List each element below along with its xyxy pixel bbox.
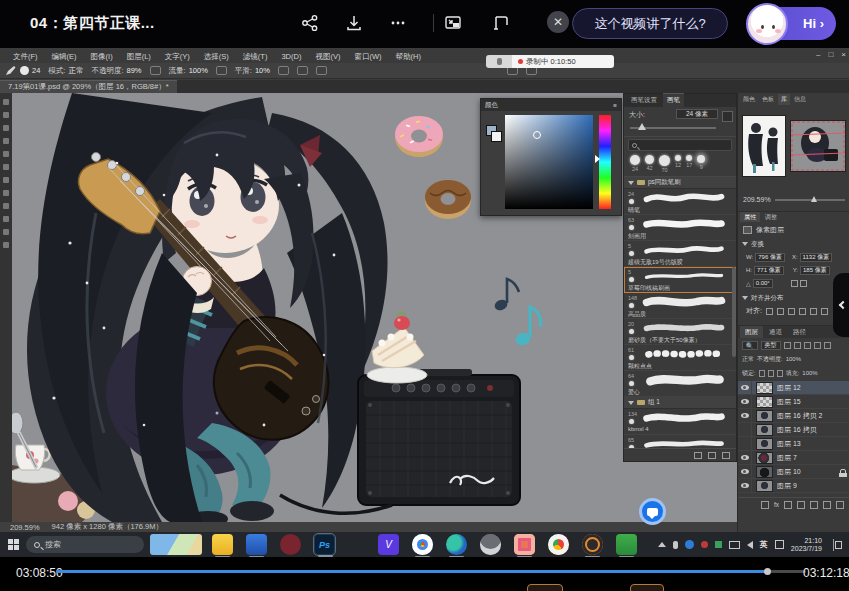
menu-view[interactable]: 视图(V)	[308, 52, 347, 62]
brush-preset[interactable]: 12	[675, 155, 681, 168]
layer-row[interactable]: 图层 15	[738, 395, 849, 409]
airbrush-icon[interactable]	[216, 66, 227, 75]
delete-brush-icon[interactable]	[722, 452, 730, 459]
edge-icon[interactable]	[446, 534, 467, 555]
new-layer-icon[interactable]	[823, 501, 831, 509]
brush-preview-icon[interactable]	[20, 66, 29, 75]
tool-icon[interactable]	[3, 125, 9, 131]
width-field[interactable]: 796 像素	[755, 253, 785, 262]
align-left-icon[interactable]	[766, 308, 773, 315]
layer-mask-icon[interactable]	[784, 501, 792, 509]
zoom-slider-track[interactable]	[775, 199, 845, 201]
taskbar-search-input[interactable]: 搜索	[26, 536, 144, 553]
visibility-toggle[interactable]	[738, 465, 752, 479]
brush-item[interactable]: 64 爱心	[624, 371, 736, 397]
filter-type-value[interactable]: 类型	[761, 341, 781, 350]
file-explorer-icon[interactable]	[212, 534, 233, 555]
size-value[interactable]: 24 像素	[676, 109, 718, 119]
menu-edit[interactable]: 编辑(E)	[45, 52, 84, 62]
close-window-button[interactable]: ×	[841, 50, 846, 59]
edit-brush-icon[interactable]	[722, 111, 733, 122]
visibility-toggle[interactable]	[738, 409, 752, 423]
chat-bubble-button[interactable]	[639, 498, 666, 525]
app-tray-green-icon[interactable]	[715, 541, 722, 548]
mode-value[interactable]: 正常	[68, 66, 83, 76]
app-red-icon[interactable]	[280, 534, 301, 555]
library-reference-thumbnail[interactable]	[742, 115, 786, 177]
menu-help[interactable]: 帮助(H)	[389, 52, 428, 62]
menu-image[interactable]: 图像(I)	[84, 52, 120, 62]
brush-item-selected[interactable]: 5 草莓印线稿刷画	[624, 267, 736, 293]
background-swatch[interactable]	[491, 131, 502, 142]
new-brush-icon[interactable]	[708, 452, 716, 459]
layer-row[interactable]: 图层 7	[738, 451, 849, 465]
menu-3d[interactable]: 3D(D)	[274, 52, 308, 61]
tab-channels[interactable]: 通道	[764, 326, 787, 338]
timeline-marker-chip[interactable]	[630, 584, 664, 591]
flip-h-icon[interactable]	[791, 280, 798, 287]
menu-file[interactable]: 文件(F)	[6, 52, 45, 62]
brush-group-header[interactable]: 组 1	[624, 397, 736, 409]
share-button[interactable]	[297, 10, 323, 36]
minimize-button[interactable]: –	[816, 50, 820, 59]
photoshop-icon[interactable]: Ps	[314, 534, 335, 555]
color-cursor[interactable]	[533, 131, 541, 139]
brush-tool-icon[interactable]	[4, 65, 16, 77]
brush-item[interactable]: 65 singlefi	[624, 435, 736, 448]
tab-brushes[interactable]: 画笔	[663, 93, 684, 107]
menu-layer[interactable]: 图层(L)	[120, 52, 158, 62]
brush-item[interactable]: 24 晴笔	[624, 189, 736, 215]
layer-row[interactable]: 图层 13	[738, 437, 849, 451]
tab-color[interactable]: 颜色	[740, 94, 758, 105]
filter-smart-icon[interactable]	[824, 342, 831, 349]
visibility-toggle[interactable]	[738, 437, 752, 451]
layer-row[interactable]: 图层 16 拷贝	[738, 423, 849, 437]
x-field[interactable]: 1132 像素	[800, 253, 833, 262]
tool-icon[interactable]	[3, 112, 9, 118]
lock-transparent-icon[interactable]	[759, 370, 765, 377]
tab-swatches[interactable]: 色板	[759, 94, 777, 105]
weather-widget[interactable]	[150, 534, 202, 555]
side-drawer-toggle[interactable]	[833, 273, 849, 337]
app-tray-blue-icon[interactable]	[685, 540, 694, 549]
document-tab[interactable]: 7.19第01课.psd @ 209%（图层 16，RGB/8#）*	[0, 80, 177, 93]
filter-adjust-icon[interactable]	[794, 342, 801, 349]
tool-icon[interactable]	[3, 177, 9, 183]
align-right-icon[interactable]	[788, 308, 795, 315]
zoom-value[interactable]: 209.59%	[743, 196, 771, 203]
layer-style-button[interactable]: fx	[774, 501, 779, 508]
seek-handle[interactable]	[764, 568, 771, 575]
align-bottom-icon[interactable]	[821, 308, 828, 315]
display-tray-icon[interactable]	[729, 541, 740, 549]
menu-window[interactable]: 窗口(W)	[347, 52, 388, 62]
blend-mode-dropdown[interactable]: 正常	[742, 355, 754, 364]
taskbar-clock[interactable]: 21:10 2023/7/19	[791, 537, 826, 553]
filter-type-dropdown[interactable]: 🔍	[742, 341, 758, 350]
size-slider-thumb[interactable]	[638, 123, 646, 130]
tab-info[interactable]: 信息	[791, 94, 809, 105]
timeline-marker-chip[interactable]	[527, 584, 563, 591]
tool-icon[interactable]	[3, 190, 9, 196]
brush-item[interactable]: 61 颗粒点点	[624, 345, 736, 371]
tool-icon[interactable]	[3, 99, 9, 105]
filter-pixel-icon[interactable]	[784, 342, 791, 349]
y-field[interactable]: 185 像素	[800, 266, 830, 275]
align-top-icon[interactable]	[799, 308, 806, 315]
brush-preset[interactable]: 24	[630, 155, 640, 172]
layer-opacity-value[interactable]: 100%	[786, 356, 801, 362]
tab-layers[interactable]: 图层	[740, 326, 763, 338]
seek-bar[interactable]	[56, 570, 806, 573]
filter-shape-icon[interactable]	[814, 342, 821, 349]
height-field[interactable]: 771 像素	[754, 266, 784, 275]
tab-paths[interactable]: 路径	[788, 326, 811, 338]
align-middle-icon[interactable]	[810, 308, 817, 315]
scrollbar[interactable]	[732, 267, 736, 357]
contacts-icon[interactable]	[480, 534, 501, 555]
app-s-icon[interactable]	[246, 534, 267, 555]
filter-text-icon[interactable]	[804, 342, 811, 349]
saturation-brightness-field[interactable]	[505, 115, 593, 209]
visibility-toggle[interactable]	[738, 479, 752, 493]
pip-button[interactable]	[440, 10, 466, 36]
tray-expand-icon[interactable]	[658, 542, 666, 547]
lock-position-icon[interactable]	[777, 370, 783, 377]
